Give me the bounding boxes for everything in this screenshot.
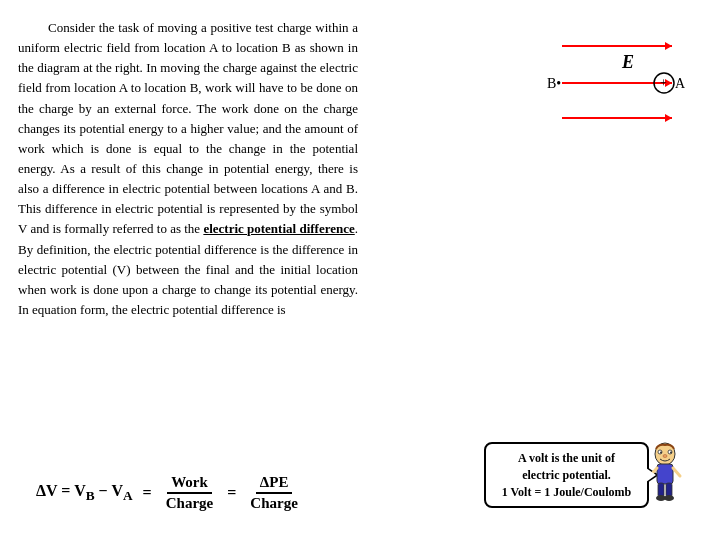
svg-point-23 bbox=[664, 495, 674, 501]
speech-line1: A volt is the unit of bbox=[518, 451, 615, 465]
speech-bubble-area: A volt is the unit of electric potential… bbox=[484, 442, 684, 522]
speech-line3: 1 Volt = 1 Joule/Coulomb bbox=[502, 485, 632, 499]
fraction-denominator-charge2: Charge bbox=[246, 494, 302, 512]
svg-line-19 bbox=[673, 468, 680, 476]
diagram-area: E B• + A bbox=[532, 28, 692, 138]
paragraph-text-1: Consider the task of moving a positive t… bbox=[18, 20, 358, 236]
equation-area: ΔV = VB − VA = Work Charge = ΔPE Charge bbox=[36, 474, 302, 512]
svg-point-14 bbox=[660, 452, 662, 454]
speech-line2: electric potential. bbox=[522, 468, 611, 482]
text-block: Consider the task of moving a positive t… bbox=[18, 18, 358, 320]
svg-rect-21 bbox=[666, 483, 672, 497]
speech-bubble: A volt is the unit of electric potential… bbox=[484, 442, 649, 508]
equation-equals-1: = bbox=[143, 484, 152, 502]
svg-point-15 bbox=[670, 452, 672, 454]
svg-text:A: A bbox=[675, 76, 686, 91]
svg-marker-5 bbox=[665, 114, 672, 122]
svg-marker-1 bbox=[665, 42, 672, 50]
equation-delta-v: ΔV = VB − VA bbox=[36, 482, 133, 504]
svg-text:E: E bbox=[621, 52, 634, 72]
equation-equals-2: = bbox=[227, 484, 236, 502]
diagram-svg: E B• + A bbox=[532, 28, 692, 138]
svg-text:B•: B• bbox=[547, 76, 561, 91]
svg-point-16 bbox=[663, 455, 667, 458]
svg-rect-20 bbox=[658, 483, 664, 497]
fraction-deltape-charge: ΔPE Charge bbox=[246, 474, 302, 512]
svg-rect-17 bbox=[657, 464, 673, 484]
fraction-denominator-charge1: Charge bbox=[162, 494, 218, 512]
fraction-numerator-deltape: ΔPE bbox=[256, 474, 293, 494]
main-content: Consider the task of moving a positive t… bbox=[18, 18, 702, 540]
fraction-work-charge: Work Charge bbox=[162, 474, 218, 512]
svg-text:+: + bbox=[660, 76, 667, 90]
fraction-numerator-work: Work bbox=[167, 474, 212, 494]
main-paragraph: Consider the task of moving a positive t… bbox=[18, 18, 358, 320]
bold-underline-text: electric potential difference bbox=[203, 221, 354, 236]
